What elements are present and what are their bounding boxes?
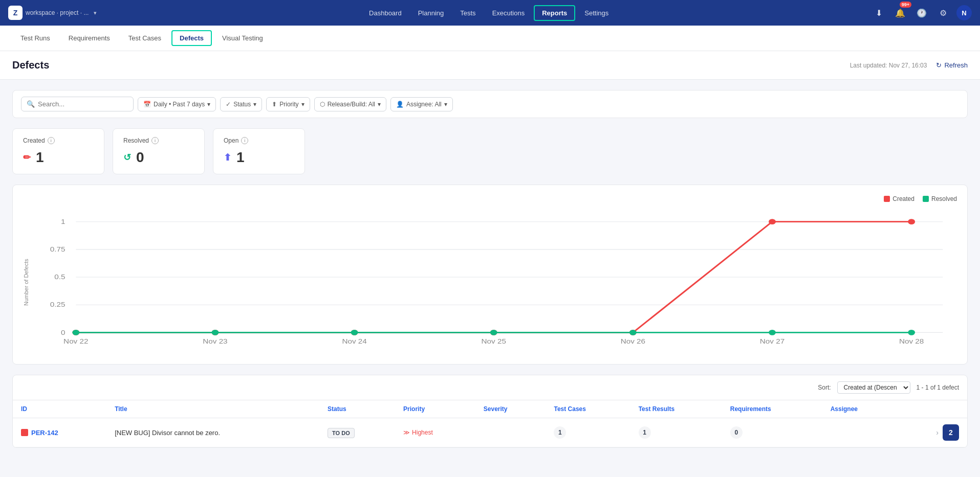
- col-requirements[interactable]: Requirements: [722, 400, 822, 418]
- col-test-cases[interactable]: Test Cases: [546, 400, 630, 418]
- app-logo[interactable]: Z workspace · project · ... ▾: [8, 6, 97, 20]
- subnav-defects[interactable]: Defects: [171, 30, 212, 46]
- refresh-label: Refresh: [944, 61, 968, 69]
- priority-arrow-icon: ≫: [403, 429, 410, 436]
- svg-point-15: [769, 219, 776, 224]
- svg-text:1: 1: [61, 219, 66, 225]
- col-test-results[interactable]: Test Results: [630, 400, 722, 418]
- nav-settings[interactable]: Settings: [577, 6, 616, 20]
- svg-text:Nov 24: Nov 24: [342, 338, 367, 345]
- test-cases-count: 1: [554, 426, 566, 439]
- line-chart-svg: 0 0.25 0.5 0.75 1: [33, 211, 957, 344]
- gear-icon[interactable]: ⚙: [935, 5, 951, 21]
- subnav-requirements[interactable]: Requirements: [60, 30, 118, 46]
- download-icon[interactable]: ⬇: [870, 5, 887, 21]
- col-priority[interactable]: Priority: [395, 400, 475, 418]
- period-label: Daily • Past 7 days: [154, 101, 205, 108]
- search-input[interactable]: [38, 100, 128, 108]
- defect-assignee-cell: [822, 418, 899, 447]
- row-expand-button[interactable]: ›: [936, 428, 939, 437]
- page-title: Defects: [12, 59, 49, 71]
- sort-select[interactable]: Created at (Descen: [837, 381, 910, 394]
- open-info-icon[interactable]: i: [241, 137, 248, 144]
- defects-table-section: Sort: Created at (Descen 1 - 1 of 1 defe…: [12, 375, 968, 448]
- resolved-label: Resolved i: [123, 137, 194, 144]
- subnav-test-runs[interactable]: Test Runs: [12, 30, 58, 46]
- svg-text:0.25: 0.25: [50, 302, 66, 308]
- refresh-button[interactable]: ↻ Refresh: [936, 61, 968, 69]
- subnav-visual-testing[interactable]: Visual Testing: [214, 30, 271, 46]
- assignee-label: Assignee: All: [406, 101, 442, 108]
- created-legend-dot: [884, 196, 890, 202]
- col-title[interactable]: Title: [106, 400, 319, 418]
- nav-executions[interactable]: Executions: [485, 6, 532, 20]
- assignee-filter-button[interactable]: 👤 Assignee: All ▾: [390, 97, 453, 111]
- created-icon: ✏: [23, 152, 31, 163]
- search-icon: 🔍: [27, 100, 35, 108]
- table-top-bar: Sort: Created at (Descen 1 - 1 of 1 defe…: [13, 375, 967, 400]
- header-right: Last updated: Nov 27, 16:03 ↻ Refresh: [850, 61, 968, 69]
- svg-text:Nov 25: Nov 25: [482, 338, 507, 345]
- status-badge: TO DO: [328, 428, 355, 438]
- defect-id-cell: PER-142: [13, 418, 106, 447]
- created-info-icon[interactable]: i: [48, 137, 55, 144]
- nav-right-actions: ⬇ 🔔 99+ 🕐 ⚙ N: [870, 5, 972, 21]
- defect-priority-cell: ≫ Highest: [395, 418, 475, 447]
- notifications-button[interactable]: 🔔 99+: [892, 5, 908, 21]
- open-label: Open i: [224, 137, 294, 144]
- priority-display: ≫ Highest: [403, 429, 467, 436]
- col-id[interactable]: ID: [13, 400, 106, 418]
- col-status[interactable]: Status: [319, 400, 395, 418]
- open-icon: ⬆: [224, 152, 231, 163]
- created-legend-label: Created: [892, 195, 914, 202]
- svg-point-19: [351, 330, 358, 335]
- svg-point-23: [908, 330, 915, 335]
- nav-dashboard[interactable]: Dashboard: [362, 6, 409, 20]
- resolved-info-icon[interactable]: i: [151, 137, 159, 144]
- created-card: Created i ✏ 1: [12, 128, 104, 174]
- assignee-icon: 👤: [396, 101, 404, 108]
- period-filter-button[interactable]: 📅 Daily • Past 7 days ▾: [138, 97, 216, 111]
- defect-severity-cell: [475, 418, 546, 447]
- user-avatar[interactable]: N: [956, 5, 972, 20]
- created-count: 1: [36, 149, 44, 166]
- chevron-down-icon: ▾: [253, 101, 256, 108]
- row-action-button[interactable]: 2: [943, 424, 959, 441]
- defect-type-icon: [21, 429, 28, 436]
- notification-badge: 99+: [900, 2, 911, 8]
- col-actions: [899, 400, 967, 418]
- top-navigation: Z workspace · project · ... ▾ Dashboard …: [0, 0, 980, 26]
- priority-label: Priority: [279, 101, 298, 108]
- table-row: PER-142 [NEW BUG] Divisor cannot be zero…: [13, 418, 967, 447]
- col-assignee[interactable]: Assignee: [822, 400, 899, 418]
- test-results-count: 1: [639, 426, 651, 439]
- y-axis-label: Number of Defects: [23, 211, 29, 354]
- subnav-test-cases[interactable]: Test Cases: [120, 30, 169, 46]
- defect-id-link[interactable]: PER-142: [31, 429, 58, 437]
- defect-actions-cell: › 2: [899, 418, 967, 447]
- priority-filter-button[interactable]: ⬆ Priority ▾: [266, 97, 310, 111]
- release-label: Release/Build: All: [328, 101, 375, 108]
- history-icon[interactable]: 🕐: [913, 5, 930, 21]
- logo-icon: Z: [8, 6, 23, 20]
- svg-point-20: [490, 330, 497, 335]
- resolved-card: Resolved i ↺ 0: [113, 128, 205, 174]
- open-count: 1: [236, 149, 245, 166]
- nav-planning[interactable]: Planning: [411, 6, 451, 20]
- release-filter-button[interactable]: ⬡ Release/Build: All ▾: [314, 97, 386, 111]
- main-nav-links: Dashboard Planning Tests Executions Repo…: [107, 5, 870, 21]
- chart-container: Created Resolved Number of Defects 0: [12, 185, 968, 365]
- nav-reports[interactable]: Reports: [534, 5, 575, 21]
- nav-tests[interactable]: Tests: [453, 6, 483, 20]
- chart-area: Number of Defects 0 0.25 0.5 0.75 1: [23, 211, 957, 354]
- col-severity[interactable]: Severity: [475, 400, 546, 418]
- chevron-down-icon: ▾: [444, 101, 447, 108]
- status-filter-button[interactable]: ✓ Status ▾: [220, 97, 262, 111]
- svg-point-16: [908, 219, 915, 224]
- priority-value: Highest: [412, 429, 433, 436]
- open-card: Open i ⬆ 1: [213, 128, 305, 174]
- resolved-legend: Resolved: [923, 195, 957, 202]
- result-count: 1 - 1 of 1 defect: [917, 384, 959, 391]
- svg-text:Nov 23: Nov 23: [203, 338, 228, 345]
- svg-point-18: [212, 330, 219, 335]
